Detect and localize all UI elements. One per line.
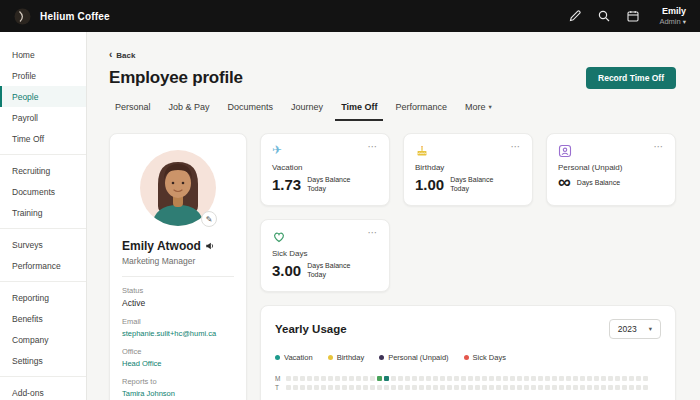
pen-icon[interactable] bbox=[568, 9, 582, 23]
tab-journey[interactable]: Journey bbox=[285, 102, 329, 121]
heatmap-cell bbox=[398, 385, 403, 390]
heatmap-cell bbox=[342, 376, 347, 381]
sidebar-item-add-ons[interactable]: Add-ons bbox=[0, 382, 86, 400]
heatmap-cell bbox=[580, 385, 585, 390]
balance-value: ∞ bbox=[558, 175, 571, 189]
company-brand[interactable]: Helium Coffee bbox=[14, 8, 110, 25]
heatmap-row: T bbox=[275, 384, 661, 391]
sidebar-item-training[interactable]: Training bbox=[0, 202, 86, 223]
heatmap-cell bbox=[391, 385, 396, 390]
card-menu-icon[interactable]: ⋯ bbox=[368, 230, 379, 236]
sidebar-item-performance[interactable]: Performance bbox=[0, 255, 86, 276]
tab-time-off[interactable]: Time Off bbox=[335, 102, 383, 121]
tab-performance[interactable]: Performance bbox=[389, 102, 453, 121]
heatmap-cell bbox=[636, 385, 641, 390]
heatmap-cell bbox=[573, 385, 578, 390]
heatmap-cell bbox=[447, 376, 452, 381]
field-value-office[interactable]: Head Office bbox=[122, 359, 234, 368]
heatmap-cell bbox=[307, 385, 312, 390]
heatmap-cell bbox=[335, 376, 340, 381]
sidebar-item-home[interactable]: Home bbox=[0, 44, 86, 65]
heatmap-cell bbox=[384, 376, 389, 381]
chevron-down-icon: ▾ bbox=[683, 18, 686, 25]
heatmap-cell bbox=[552, 385, 557, 390]
heatmap-cell bbox=[300, 385, 305, 390]
balance-unit: Days Balance Today bbox=[450, 175, 502, 193]
field-value-reports-to[interactable]: Tamira Johnson bbox=[122, 389, 234, 398]
heatmap-cell bbox=[377, 385, 382, 390]
yearly-usage-title: Yearly Usage bbox=[275, 323, 347, 335]
tab-personal[interactable]: Personal bbox=[109, 102, 157, 121]
tab-documents[interactable]: Documents bbox=[222, 102, 280, 121]
card-menu-icon[interactable]: ⋯ bbox=[511, 144, 522, 150]
edit-avatar-icon[interactable]: ✎ bbox=[201, 211, 217, 227]
employee-name: Emily Atwood bbox=[122, 239, 201, 253]
heatmap-cell bbox=[426, 376, 431, 381]
year-select-value: 2023 bbox=[618, 324, 637, 334]
heatmap-cell bbox=[342, 385, 347, 390]
field-value-email[interactable]: stephanie.sulit+hc@humi.ca bbox=[122, 329, 234, 338]
sidebar-item-reporting[interactable]: Reporting bbox=[0, 287, 86, 308]
heatmap-row-label: M bbox=[275, 375, 284, 382]
heatmap-cell bbox=[587, 385, 592, 390]
field-value-status: Active bbox=[122, 298, 234, 308]
sidebar-item-profile[interactable]: Profile bbox=[0, 65, 86, 86]
heatmap-cell bbox=[629, 385, 634, 390]
sidebar-item-surveys[interactable]: Surveys bbox=[0, 234, 86, 255]
balance-card-label: Sick Days bbox=[272, 249, 378, 258]
legend-dot bbox=[328, 355, 333, 360]
heatmap-cell bbox=[293, 376, 298, 381]
sidebar-item-payroll[interactable]: Payroll bbox=[0, 107, 86, 128]
heatmap-cell bbox=[356, 376, 361, 381]
heatmap-cell bbox=[426, 385, 431, 390]
tabs: Personal Job & Pay Documents Journey Tim… bbox=[109, 102, 676, 121]
heatmap-cell bbox=[314, 385, 319, 390]
record-time-off-button[interactable]: Record Time Off bbox=[586, 67, 676, 89]
balance-unit: Days Balance Today bbox=[307, 261, 359, 279]
heatmap-cell bbox=[328, 385, 333, 390]
card-menu-icon[interactable]: ⋯ bbox=[368, 144, 379, 150]
sidebar-item-time-off[interactable]: Time Off bbox=[0, 128, 86, 149]
time-off-panel: ✈ ⋯ Vacation 1.73 Days Balance Today bbox=[260, 133, 676, 400]
sidebar-item-people[interactable]: People bbox=[0, 86, 86, 107]
heatmap-cell bbox=[601, 376, 606, 381]
heart-icon bbox=[272, 230, 286, 244]
heatmap-cell bbox=[405, 376, 410, 381]
sidebar-item-settings[interactable]: Settings bbox=[0, 350, 86, 371]
heatmap: MT bbox=[275, 375, 661, 391]
balance-unit: Days Balance Today bbox=[307, 175, 359, 193]
heatmap-cell bbox=[286, 385, 291, 390]
year-select[interactable]: 2023 ▾ bbox=[609, 319, 661, 339]
legend-label: Sick Days bbox=[473, 353, 506, 362]
heatmap-cell bbox=[447, 385, 452, 390]
sidebar-item-documents[interactable]: Documents bbox=[0, 181, 86, 202]
tab-more[interactable]: More ▾ bbox=[459, 102, 498, 121]
heatmap-cell bbox=[538, 385, 543, 390]
heatmap-cell bbox=[489, 376, 494, 381]
heatmap-cell bbox=[517, 385, 522, 390]
sidebar-divider bbox=[0, 376, 86, 377]
heatmap-cell bbox=[566, 385, 571, 390]
heatmap-cell bbox=[419, 385, 424, 390]
heatmap-cell bbox=[377, 376, 382, 381]
heatmap-cell bbox=[363, 385, 368, 390]
speaker-icon[interactable] bbox=[205, 241, 215, 251]
yearly-usage-card: Yearly Usage 2023 ▾ Vacation Birthday bbox=[260, 305, 676, 400]
heatmap-cell bbox=[594, 376, 599, 381]
sidebar-item-recruiting[interactable]: Recruiting bbox=[0, 160, 86, 181]
heatmap-cell bbox=[454, 376, 459, 381]
legend-label: Personal (Unpaid) bbox=[388, 353, 448, 362]
heatmap-cell bbox=[538, 376, 543, 381]
back-link[interactable]: ‹ Back bbox=[109, 50, 135, 60]
user-menu[interactable]: Emily Admin ▾ bbox=[659, 6, 686, 27]
search-icon[interactable] bbox=[597, 9, 611, 23]
sidebar-item-benefits[interactable]: Benefits bbox=[0, 308, 86, 329]
card-menu-icon[interactable]: ⋯ bbox=[654, 144, 665, 150]
sidebar-item-company[interactable]: Company bbox=[0, 329, 86, 350]
legend-item-birthday: Birthday bbox=[328, 353, 365, 362]
tab-job-pay[interactable]: Job & Pay bbox=[163, 102, 216, 121]
field-label-status: Status bbox=[122, 286, 234, 295]
heatmap-cell bbox=[468, 385, 473, 390]
calendar-icon[interactable] bbox=[626, 9, 640, 23]
heatmap-cell bbox=[608, 385, 613, 390]
